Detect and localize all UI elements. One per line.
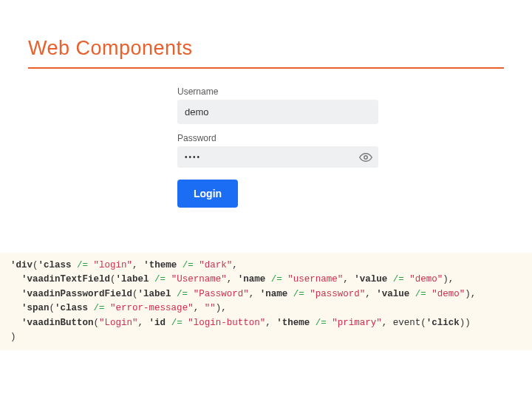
password-input[interactable] — [177, 146, 378, 168]
login-button[interactable]: Login — [177, 180, 238, 208]
login-form: Username Password Login — [177, 86, 378, 208]
password-label: Password — [177, 133, 378, 143]
code-snippet: 'div('class /= "login", 'theme /= "dark"… — [0, 253, 532, 350]
username-label: Username — [177, 86, 378, 97]
username-input[interactable] — [177, 100, 378, 124]
svg-point-0 — [364, 155, 368, 159]
title-divider — [28, 67, 504, 69]
eye-icon[interactable] — [359, 151, 372, 164]
page-title: Web Components — [28, 37, 504, 67]
